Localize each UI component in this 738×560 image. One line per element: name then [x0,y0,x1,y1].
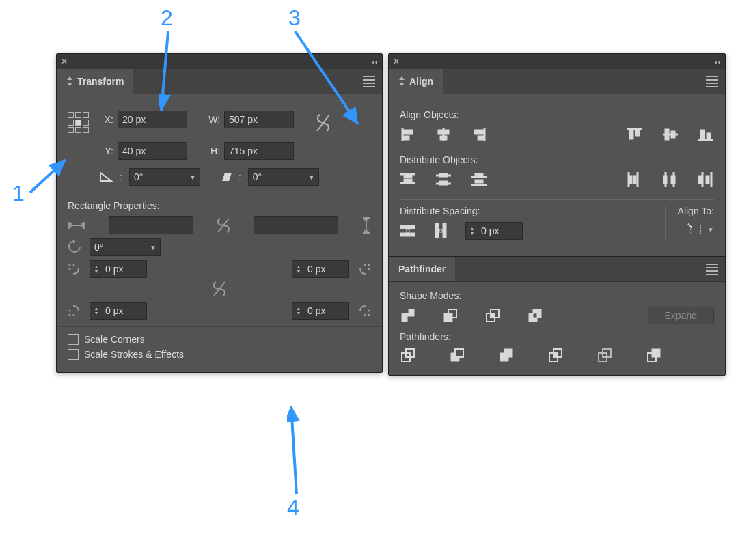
rect-rotate-dropdown[interactable]: ▼ [90,238,161,256]
svg-rect-77 [504,349,512,357]
svg-rect-80 [554,353,558,357]
svg-rect-32 [665,129,669,140]
corner-br-stepper[interactable]: ▲▼0 px [292,302,349,320]
trim-icon[interactable] [449,348,465,363]
corner-tr-value[interactable]: 0 px [305,264,348,275]
corner-bl-stepper[interactable]: ▲▼0 px [90,302,147,320]
dist-hcenter-icon[interactable] [662,172,679,187]
chevron-down-icon[interactable]: ▼ [707,226,714,234]
svg-rect-26 [474,130,484,134]
rotate-input[interactable] [130,169,186,184]
tab-transform[interactable]: Transform [57,69,134,94]
align-bottom-icon[interactable] [698,127,714,142]
annotation-3: 3 [288,5,301,31]
align-to-selection-icon[interactable] [687,222,703,237]
intersect-icon[interactable] [484,308,501,323]
svg-rect-36 [707,133,711,139]
svg-line-0 [30,160,66,193]
updown-icon [398,76,405,86]
corner-tl-icon [68,263,80,275]
chevron-down-icon[interactable]: ▼ [146,244,160,251]
shear-input[interactable] [249,169,305,184]
crop-icon[interactable] [547,348,564,363]
rect-properties-title: Rectangle Properties: [68,200,371,211]
corner-tr-stepper[interactable]: ▲▼0 px [292,260,349,278]
chevron-down-icon[interactable]: ▼ [186,173,200,181]
corner-tl-stepper[interactable]: ▲▼0 px [90,260,147,278]
spacing-stepper[interactable]: ▲▼0 px [465,222,523,240]
spacing-value[interactable]: 0 px [478,225,522,236]
dist-space-v-icon[interactable] [400,223,416,238]
svg-rect-66 [439,229,442,232]
checkbox-box[interactable] [68,334,79,345]
link-corners-icon[interactable] [213,281,226,297]
shear-colon: : [238,171,241,182]
annotation-arrow-3 [292,29,368,131]
align-hcenter-icon[interactable] [435,127,452,142]
corner-br-value[interactable]: 0 px [305,305,348,316]
collapse-chevron-icon[interactable]: ‹‹ [372,57,378,67]
dist-vcenter-icon[interactable] [435,172,452,187]
reference-point-grid[interactable] [68,112,89,133]
dist-bottom-icon[interactable] [471,172,487,187]
svg-rect-47 [475,173,483,176]
w-input[interactable] [224,111,294,128]
rotate-dropdown[interactable]: ▼ [129,168,200,186]
minus-back-icon[interactable] [646,348,662,363]
minus-front-icon[interactable] [442,308,459,323]
shear-dropdown[interactable]: ▼ [248,168,319,186]
scale-strokes-checkbox[interactable]: Scale Strokes & Effects [68,349,371,360]
exclude-icon[interactable] [527,308,543,323]
tab-pathfinder[interactable]: Pathfinder [389,257,456,281]
dist-top-icon[interactable] [400,172,416,187]
svg-point-18 [368,310,370,312]
svg-rect-27 [478,136,484,140]
checkbox-box[interactable] [68,349,79,360]
merge-icon[interactable] [498,348,515,363]
align-top-icon[interactable] [627,127,643,142]
rect-height-input[interactable] [254,216,338,234]
svg-point-9 [368,264,370,266]
svg-rect-21 [403,136,409,140]
menu-icon[interactable] [706,76,718,87]
svg-rect-46 [472,184,487,186]
unite-icon[interactable] [400,308,416,323]
align-right-icon[interactable] [471,127,487,142]
dist-left-icon[interactable] [627,172,643,187]
expand-button[interactable]: Expand [648,307,714,324]
corner-bl-value[interactable]: 0 px [102,305,146,316]
svg-rect-33 [671,131,675,138]
tab-align[interactable]: Align [389,69,443,94]
rect-height-icon [361,216,371,234]
close-icon[interactable]: ✕ [393,57,400,66]
panel-titlebar[interactable]: ✕ ‹‹ [389,54,725,69]
divide-icon[interactable] [400,348,416,363]
rotate-colon: : [120,171,122,182]
constrain-rect-icon[interactable] [217,217,230,234]
close-icon[interactable]: ✕ [61,57,68,66]
rect-rotate-icon [68,240,83,255]
x-label: X: [97,114,113,125]
annotation-1: 1 [12,181,25,206]
y-input[interactable] [118,142,187,160]
chevron-down-icon[interactable]: ▼ [305,173,318,181]
tab-label: Align [409,76,433,87]
svg-line-2 [295,31,358,124]
rect-width-input[interactable] [109,216,193,234]
dist-right-icon[interactable] [698,172,714,187]
h-label: H: [204,145,220,156]
svg-rect-51 [629,176,632,184]
align-vcenter-icon[interactable] [662,127,679,142]
align-left-icon[interactable] [400,127,416,142]
menu-icon[interactable] [706,264,718,275]
h-input[interactable] [224,142,294,160]
svg-point-8 [69,268,71,270]
collapse-chevron-icon[interactable]: ‹‹ [715,57,721,67]
scale-corners-checkbox[interactable]: Scale Corners [68,334,371,345]
corner-tl-value[interactable]: 0 px [102,264,146,275]
svg-rect-35 [700,130,705,139]
svg-rect-30 [636,130,640,136]
dist-space-h-icon[interactable] [433,223,449,238]
outline-icon[interactable] [597,348,613,363]
rect-rotate-input[interactable] [90,240,146,255]
